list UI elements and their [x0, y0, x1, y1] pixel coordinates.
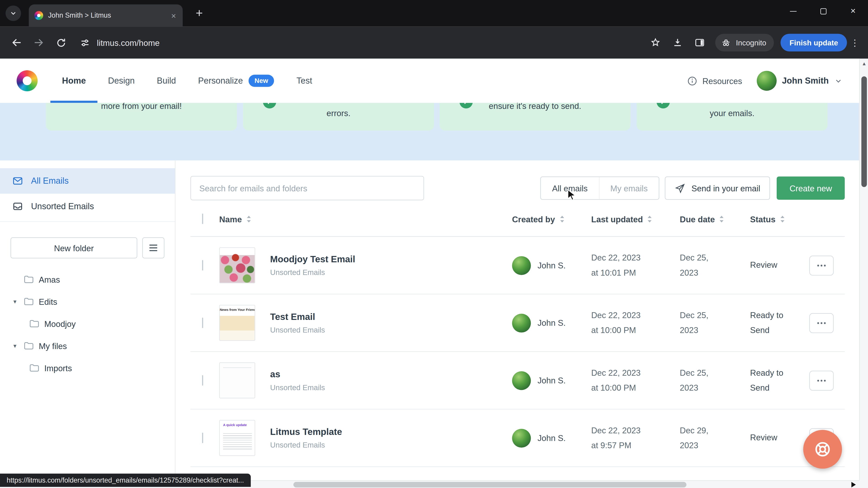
- column-header-status[interactable]: Status: [750, 215, 809, 224]
- finish-update-button[interactable]: Finish update: [781, 34, 847, 51]
- row-actions-button[interactable]: [809, 255, 834, 275]
- browser-menu-button[interactable]: ⋮: [847, 37, 863, 48]
- scrollbar-corner: [859, 480, 868, 488]
- nav-build[interactable]: Build: [157, 59, 176, 103]
- email-folder[interactable]: Unsorted Emails: [270, 441, 512, 449]
- row-actions-button[interactable]: [809, 313, 834, 333]
- site-info-icon[interactable]: [80, 37, 90, 48]
- browser-tab[interactable]: John Smith > Litmus ×: [29, 4, 183, 27]
- browser-toolbar: litmus.com/home Incognito Finish update …: [0, 27, 868, 59]
- email-title[interactable]: Moodjoy Test Email: [270, 254, 512, 265]
- nav-design[interactable]: Design: [108, 59, 135, 103]
- folder-amas[interactable]: Amas: [0, 268, 175, 291]
- email-folder[interactable]: Unsorted Emails: [270, 268, 512, 277]
- sidebar-item-unsorted-emails[interactable]: Unsorted Emails: [0, 194, 175, 219]
- sidebar: All Emails Unsorted Emails New folder: [0, 160, 176, 488]
- tab-strip: John Smith > Litmus × + ×: [0, 0, 868, 27]
- bookmark-button[interactable]: [645, 32, 667, 54]
- vertical-scrollbar-thumb[interactable]: [862, 76, 867, 187]
- email-thumbnail[interactable]: [219, 362, 255, 398]
- life-ring-icon: [813, 440, 832, 459]
- help-button[interactable]: [803, 430, 842, 468]
- email-name-cell: Test Email Unsorted Emails: [270, 312, 512, 334]
- row-checkbox[interactable]: [202, 432, 203, 443]
- email-name-cell: Moodjoy Test Email Unsorted Emails: [270, 254, 512, 276]
- litmus-app: Home Design Build Personalize New Test R…: [0, 59, 859, 488]
- litmus-logo[interactable]: [17, 70, 37, 91]
- nav-personalize[interactable]: Personalize New: [198, 59, 274, 103]
- table-row[interactable]: A quick update Litmus Template Unsorted …: [190, 410, 845, 467]
- row-checkbox[interactable]: [202, 260, 203, 270]
- row-checkbox[interactable]: [202, 317, 203, 328]
- close-window-button[interactable]: ×: [838, 0, 868, 22]
- kebab-icon: [816, 379, 827, 382]
- column-header-last-updated[interactable]: Last updated: [591, 215, 680, 224]
- incognito-badge: Incognito: [715, 34, 774, 51]
- table-row[interactable]: Moodjoy Test Email Unsorted Emails John …: [190, 237, 845, 294]
- check-icon: ✓: [263, 103, 276, 108]
- horizontal-scrollbar-thumb[interactable]: [293, 482, 686, 487]
- downloads-button[interactable]: [667, 32, 689, 54]
- sidebar-item-all-emails[interactable]: All Emails: [0, 168, 175, 194]
- folder-imports[interactable]: Imports: [0, 357, 175, 379]
- user-menu[interactable]: John Smith: [756, 71, 843, 91]
- table-row[interactable]: News from Your Friends Test Email Unsort…: [190, 294, 845, 352]
- column-header-created-by[interactable]: Created by: [512, 215, 591, 224]
- creator-avatar: [512, 429, 531, 447]
- nav-home[interactable]: Home: [62, 59, 86, 103]
- back-button[interactable]: [5, 32, 28, 54]
- forward-button[interactable]: [28, 32, 50, 54]
- sidebar-tools: New folder: [11, 237, 164, 258]
- email-title[interactable]: as: [270, 369, 512, 380]
- email-thumbnail[interactable]: A quick update: [219, 420, 255, 456]
- filter-all-emails[interactable]: All emails: [541, 177, 598, 199]
- chevron-down-icon: [9, 9, 17, 17]
- filter-my-emails[interactable]: My emails: [599, 177, 659, 199]
- reload-button[interactable]: [50, 32, 72, 54]
- create-new-button[interactable]: Create new: [777, 176, 845, 200]
- folder-edits[interactable]: ▾ Edits: [0, 291, 175, 313]
- status-cell: Review: [750, 431, 809, 445]
- caret-expanded-icon[interactable]: ▾: [11, 298, 19, 305]
- due-date-cell: Dec 25,2023: [680, 251, 750, 280]
- email-title[interactable]: Test Email: [270, 312, 512, 322]
- content: All Emails Unsorted Emails New folder: [0, 160, 859, 488]
- folder-moodjoy[interactable]: Moodjoy: [0, 313, 175, 335]
- side-panel-button[interactable]: [689, 32, 711, 54]
- resources-link[interactable]: Resources: [687, 75, 742, 86]
- email-title[interactable]: Litmus Template: [270, 427, 512, 437]
- search-input[interactable]: [190, 176, 424, 200]
- nav-test[interactable]: Test: [296, 59, 312, 103]
- new-folder-button[interactable]: New folder: [11, 237, 137, 258]
- due-date-cell: Dec 29,2023: [680, 423, 750, 453]
- table-row[interactable]: as Unsorted Emails John S. Dec 22, 2023a…: [190, 352, 845, 410]
- created-by-cell: John S.: [512, 371, 591, 390]
- kebab-icon: [816, 322, 827, 324]
- address-bar[interactable]: litmus.com/home: [72, 37, 645, 48]
- new-tab-button[interactable]: +: [191, 5, 207, 21]
- sidebar-divider: [0, 221, 175, 222]
- email-folder[interactable]: Unsorted Emails: [270, 326, 512, 334]
- row-actions-button[interactable]: [809, 370, 834, 390]
- email-thumbnail[interactable]: [219, 248, 255, 283]
- minimize-button[interactable]: [778, 0, 808, 22]
- caret-expanded-icon[interactable]: ▾: [11, 342, 19, 350]
- maximize-button[interactable]: [808, 0, 838, 22]
- select-all-checkbox[interactable]: [202, 214, 203, 224]
- folder-my-files[interactable]: ▾ My files: [0, 335, 175, 357]
- tab-close-icon[interactable]: ×: [170, 11, 177, 20]
- send-in-your-email-button[interactable]: Send in your email: [665, 176, 770, 200]
- url-text: litmus.com/home: [97, 38, 160, 47]
- folder-options-button[interactable]: [142, 237, 164, 258]
- column-header-due-date[interactable]: Due date: [680, 215, 750, 224]
- email-thumbnail[interactable]: News from Your Friends: [219, 305, 255, 341]
- vertical-scrollbar[interactable]: ▲: [859, 59, 868, 488]
- main-nav: Home Design Build Personalize New Test: [62, 59, 312, 103]
- scroll-right-arrow-icon[interactable]: [851, 482, 856, 487]
- row-checkbox[interactable]: [202, 375, 203, 385]
- reload-icon: [55, 37, 67, 48]
- column-header-name[interactable]: Name: [219, 215, 512, 224]
- email-folder[interactable]: Unsorted Emails: [270, 383, 512, 392]
- tab-search-button[interactable]: [5, 5, 21, 21]
- scroll-up-arrow-icon[interactable]: ▲: [860, 60, 868, 67]
